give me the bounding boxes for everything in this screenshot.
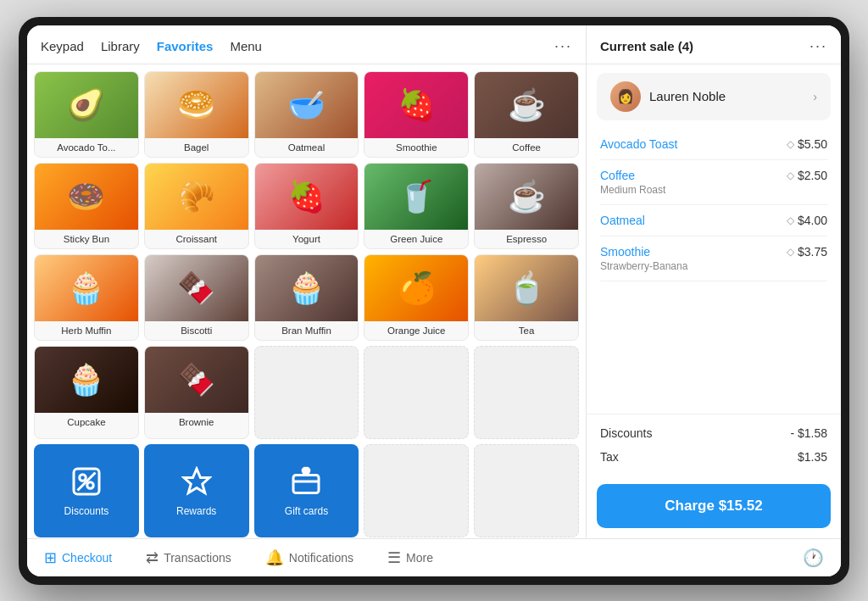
order-item-avocado-toast[interactable]: Avocado Toast ◇ $5.50 (600, 129, 827, 160)
order-item-price: ◇ $4.00 (787, 214, 827, 227)
product-tea[interactable]: 🍵 Tea (474, 254, 579, 341)
order-item-name: Smoothie (600, 245, 650, 259)
product-avocado-toast[interactable]: 🥑 Avocado To... (34, 71, 139, 158)
rewards-icon (180, 465, 214, 498)
right-panel: Current sale (4) ··· 👩 Lauren Noble › Av… (587, 25, 841, 538)
product-espresso[interactable]: ☕ Espresso (474, 163, 579, 249)
order-item-price: ◇ $5.50 (787, 137, 827, 151)
tab-bar: Keypad Library Favorites Menu ··· (27, 25, 586, 64)
left-panel: Keypad Library Favorites Menu ··· 🥑 Avoc… (27, 25, 587, 538)
herb-muffin-image: 🧁 (35, 255, 138, 321)
tab-more-button[interactable]: ··· (554, 37, 572, 55)
product-biscotti[interactable]: 🍫 Biscotti (144, 254, 249, 341)
espresso-image: ☕ (475, 164, 578, 230)
discounts-label: Discounts (64, 505, 109, 517)
svg-point-0 (80, 474, 86, 481)
price-tag-icon: ◇ (787, 246, 794, 258)
empty-cell-3 (474, 346, 579, 439)
coffee-label: Coffee (509, 138, 544, 157)
bran-muffin-label: Bran Muffin (278, 321, 335, 340)
bagel-image: 🥯 (145, 72, 248, 138)
discounts-row: Discounts - $1.58 (600, 421, 827, 445)
price-tag-icon: ◇ (787, 170, 794, 181)
product-cupcake[interactable]: 🧁 Cupcake (34, 346, 139, 439)
order-totals: Discounts - $1.58 Tax $1.35 (587, 414, 841, 476)
more-icon: ☰ (387, 548, 401, 567)
charge-button[interactable]: Charge $15.52 (597, 484, 831, 528)
customer-name: Lauren Noble (649, 89, 804, 103)
discounts-action[interactable]: Discounts (34, 444, 139, 537)
cupcake-image: 🧁 (35, 347, 138, 413)
tab-favorites[interactable]: Favorites (157, 39, 214, 53)
notifications-icon: 🔔 (265, 548, 284, 567)
checkout-icon: ⊞ (44, 548, 57, 567)
bottom-nav: ⊞ Checkout ⇄ Transactions 🔔 Notification… (27, 538, 841, 576)
product-yogurt[interactable]: 🍓 Yogurt (254, 163, 359, 249)
gift-cards-label: Gift cards (285, 505, 328, 517)
product-grid: 🥑 Avocado To... 🥯 Bagel 🥣 Oatmeal � (34, 71, 579, 537)
order-item-coffee[interactable]: Coffee ◇ $2.50 Medium Roast (600, 160, 827, 205)
product-coffee[interactable]: ☕ Coffee (474, 71, 579, 158)
sale-title: Current sale (4) (600, 39, 693, 53)
yogurt-label: Yogurt (289, 230, 324, 248)
croissant-image: 🥐 (145, 164, 248, 230)
tax-label: Tax (600, 450, 619, 464)
order-items-list: Avocado Toast ◇ $5.50 Coffee ◇ (587, 129, 841, 414)
orange-juice-image: 🍊 (364, 255, 468, 321)
product-grid-area: 🥑 Avocado To... 🥯 Bagel 🥣 Oatmeal � (27, 64, 586, 538)
nav-more[interactable]: ☰ More (387, 548, 433, 567)
svg-rect-5 (293, 475, 319, 492)
tab-menu[interactable]: Menu (230, 39, 262, 53)
rewards-label: Rewards (176, 505, 216, 517)
rewards-action[interactable]: Rewards (144, 444, 249, 537)
discount-icon (70, 465, 103, 498)
orange-juice-label: Orange Juice (384, 321, 448, 340)
order-item-name: Oatmeal (600, 214, 645, 227)
sale-more-button[interactable]: ··· (810, 37, 827, 55)
tab-keypad[interactable]: Keypad (41, 39, 84, 53)
product-green-juice[interactable]: 🥤 Green Juice (364, 163, 469, 249)
green-juice-image: 🥤 (364, 164, 468, 230)
avatar: 👩 (610, 81, 641, 112)
product-brownie[interactable]: 🍫 Brownie (144, 346, 249, 439)
product-oatmeal[interactable]: 🥣 Oatmeal (254, 71, 359, 158)
avocado-toast-label: Avocado To... (53, 138, 119, 157)
price-tag-icon: ◇ (787, 138, 794, 150)
biscotti-image: 🍫 (145, 255, 248, 321)
croissant-label: Croissant (172, 230, 220, 248)
bran-muffin-image: 🧁 (255, 255, 359, 321)
smoothie-label: Smoothie (392, 138, 441, 157)
order-item-name: Coffee (600, 169, 635, 182)
cupcake-label: Cupcake (64, 413, 108, 431)
oatmeal-image: 🥣 (255, 72, 359, 138)
tab-library[interactable]: Library (101, 39, 140, 53)
order-item-sub: Strawberry-Banana (600, 260, 827, 272)
product-bran-muffin[interactable]: 🧁 Bran Muffin (254, 254, 359, 341)
nav-checkout[interactable]: ⊞ Checkout (44, 548, 112, 567)
svg-point-1 (87, 481, 94, 488)
product-croissant[interactable]: 🥐 Croissant (144, 163, 249, 249)
coffee-image: ☕ (475, 72, 578, 138)
clock-button[interactable]: 🕐 (803, 548, 824, 568)
bagel-label: Bagel (181, 138, 212, 157)
product-smoothie[interactable]: 🍓 Smoothie (364, 71, 469, 158)
customer-row[interactable]: 👩 Lauren Noble › (597, 73, 831, 120)
device-frame: Keypad Library Favorites Menu ··· 🥑 Avoc… (19, 17, 849, 585)
product-bagel[interactable]: 🥯 Bagel (144, 71, 249, 158)
nav-transactions[interactable]: ⇄ Transactions (146, 548, 231, 567)
checkout-label: Checkout (62, 551, 112, 565)
product-sticky-bun[interactable]: 🍩 Sticky Bun (34, 163, 139, 249)
herb-muffin-label: Herb Muffin (58, 321, 114, 340)
gift-cards-action[interactable]: Gift cards (254, 444, 359, 537)
brownie-label: Brownie (175, 413, 218, 431)
order-item-sub: Medium Roast (600, 184, 827, 196)
svg-marker-4 (184, 469, 209, 493)
empty-action-4 (364, 444, 469, 537)
order-item-oatmeal[interactable]: Oatmeal ◇ $4.00 (600, 205, 827, 237)
product-orange-juice[interactable]: 🍊 Orange Juice (364, 254, 469, 341)
smoothie-image: 🍓 (364, 72, 468, 138)
tax-value: $1.35 (798, 450, 827, 464)
nav-notifications[interactable]: 🔔 Notifications (265, 548, 353, 567)
product-herb-muffin[interactable]: 🧁 Herb Muffin (34, 254, 139, 341)
order-item-smoothie[interactable]: Smoothie ◇ $3.75 Strawberry-Banana (600, 237, 827, 281)
